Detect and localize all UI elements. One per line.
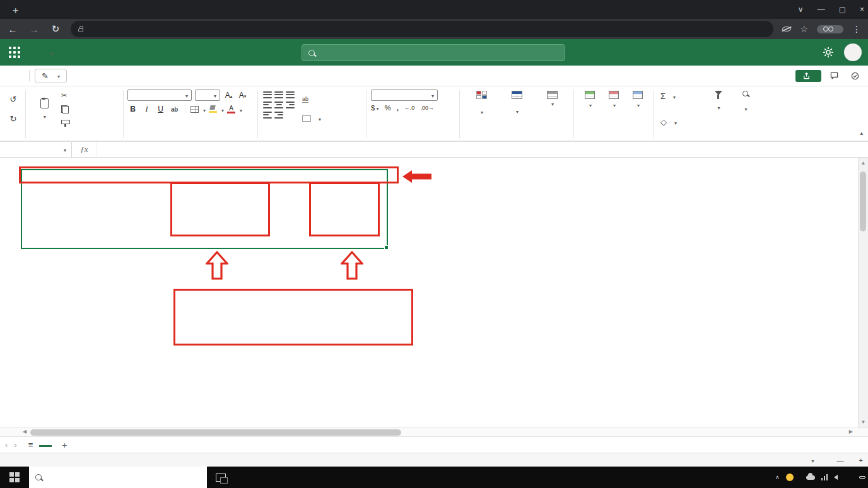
font-color-icon[interactable]: A [227,105,235,113]
gear-icon[interactable] [823,47,834,58]
maximize-button[interactable]: ▢ [839,5,846,14]
fill-color-icon[interactable] [209,105,217,113]
merge-center-button[interactable] [300,113,324,124]
search-input[interactable] [320,49,558,57]
share-button[interactable] [795,70,821,82]
hidden-icons-chevron[interactable]: ∧ [775,474,780,480]
align-center-icon[interactable] [274,102,283,108]
increase-indent-icon[interactable] [274,112,283,119]
sheet-tab-employee-details[interactable] [39,443,52,447]
reload-button[interactable]: ↻ [49,23,62,35]
strikethrough-button[interactable]: ab [169,106,180,113]
avatar[interactable] [844,44,862,61]
clear-button[interactable]: ◇ [658,116,705,128]
chevron-down-icon [238,103,242,115]
find-select-icon [742,91,748,96]
align-right-icon[interactable] [286,102,295,108]
delete-cells-button[interactable] [602,90,626,129]
bold-button[interactable]: B [127,105,138,113]
scroll-up-icon[interactable]: ▲ [861,160,866,166]
back-button[interactable]: ← [6,24,19,35]
name-box[interactable] [0,142,72,157]
browser-menu-icon[interactable]: ⋮ [852,24,862,34]
paste-button[interactable] [30,90,59,129]
format-as-table-button[interactable] [499,90,534,129]
conditional-formatting-button[interactable] [464,90,499,129]
scroll-left-icon[interactable]: ◀ [23,429,26,434]
next-sheet-icon[interactable]: › [14,440,16,450]
copy-button[interactable] [59,104,75,115]
align-bottom-icon[interactable] [286,91,295,98]
styles-button[interactable] [534,90,570,129]
volume-icon[interactable] [834,475,838,480]
horizontal-scroll-thumb[interactable] [30,429,401,436]
prev-sheet-icon[interactable]: ‹ [5,440,8,450]
autosum-button[interactable]: Σ [658,90,705,102]
start-button[interactable] [0,467,29,488]
chevron-down-icon [375,104,378,112]
insert-cells-button[interactable] [578,90,602,129]
app-launcher-icon[interactable] [9,47,20,58]
bookmark-star-icon[interactable]: ☆ [800,24,808,34]
cloud-icon[interactable] [806,475,815,480]
currency-format-icon[interactable]: $ [371,104,378,112]
address-bar[interactable] [71,21,773,37]
wrap-text-button[interactable]: ab [300,95,324,104]
close-button[interactable]: × [860,5,864,14]
forward-button[interactable]: → [28,24,40,35]
network-icon[interactable] [821,474,828,480]
clipboard-group-label [27,129,122,141]
new-tab-button[interactable]: + [5,5,26,19]
zoom-out-button[interactable]: — [837,456,844,464]
zoom-in-button[interactable]: + [859,456,863,464]
taskbar-search-input[interactable] [47,473,201,482]
catch-up-button[interactable] [851,72,863,80]
sort-filter-button[interactable] [705,90,732,129]
undo-icon[interactable]: ↺ [10,95,17,104]
eye-blocked-icon[interactable] [782,26,791,32]
taskbar-search[interactable] [29,467,207,488]
notification-count[interactable] [859,476,865,479]
comma-format-icon[interactable]: , [397,104,399,112]
vertical-scroll-thumb[interactable] [860,171,866,231]
find-select-button[interactable] [732,90,759,129]
minimize-button[interactable]: — [818,5,825,14]
document-title[interactable] [45,48,53,57]
underline-button[interactable]: U [155,105,166,113]
number-format-select[interactable] [371,90,438,101]
fill-handle[interactable] [384,245,389,250]
task-view-icon[interactable] [216,473,226,482]
increase-decimal-icon[interactable]: ←.0 [404,105,415,111]
borders-icon[interactable] [191,106,199,113]
sheet-tab-bar: ‹ › ≡ + [0,436,868,453]
align-left-icon[interactable] [263,102,272,108]
shrink-font-button[interactable]: A▾ [237,91,248,100]
align-top-icon[interactable] [263,91,272,98]
formula-input[interactable] [97,142,868,157]
tab-search-icon[interactable]: ∨ [798,5,804,14]
editing-mode-button[interactable]: ✎ [35,69,67,83]
redo-icon[interactable]: ↻ [10,114,17,124]
search-box[interactable] [302,44,565,61]
all-sheets-menu-icon[interactable]: ≡ [28,440,33,450]
scroll-down-icon[interactable]: ▼ [861,419,866,425]
format-painter-button[interactable] [59,117,75,128]
italic-button[interactable]: I [141,105,152,114]
horizontal-scrollbar[interactable]: ◀ ▶ [0,427,868,436]
font-size-select[interactable] [195,90,220,101]
add-sheet-button[interactable]: + [58,440,71,450]
selection-stats[interactable] [780,456,814,464]
editing-group: Σ ◇ [655,88,761,141]
decrease-decimal-icon[interactable]: .00→ [420,105,434,111]
tab-table-design[interactable] [10,71,24,81]
format-cells-button[interactable] [626,90,650,129]
percent-format-icon[interactable]: % [384,104,390,112]
cut-button[interactable]: ✂ [59,90,75,101]
comments-button[interactable] [830,72,842,80]
collapse-ribbon-icon[interactable]: ▴ [860,130,863,136]
font-family-select[interactable] [127,90,192,101]
align-middle-icon[interactable] [274,91,283,98]
decrease-indent-icon[interactable] [263,112,272,119]
scroll-right-icon[interactable]: ▶ [849,429,853,434]
grow-font-button[interactable]: A▴ [223,91,234,100]
